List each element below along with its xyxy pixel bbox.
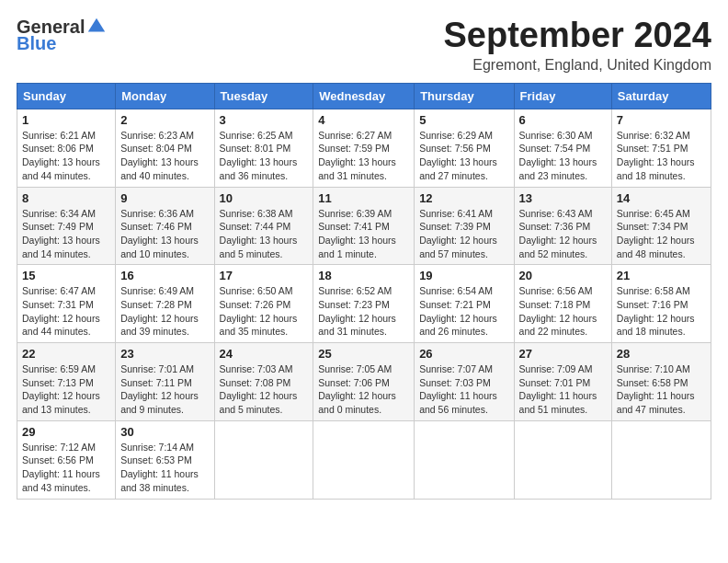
day-number: 24 (220, 347, 309, 361)
day-number: 19 (419, 269, 508, 282)
day-cell-17: 17 Sunrise: 6:50 AMSunset: 7:26 PMDaylig… (214, 265, 313, 343)
day-number: 3 (220, 113, 309, 127)
day-cell-3: 3 Sunrise: 6:25 AMSunset: 8:01 PMDayligh… (214, 109, 313, 187)
day-cell-25: 25 Sunrise: 7:05 AMSunset: 7:06 PMDaylig… (313, 343, 415, 421)
day-cell-6: 6 Sunrise: 6:30 AMSunset: 7:54 PMDayligh… (514, 109, 611, 187)
day-detail: Sunrise: 6:29 AMSunset: 7:56 PMDaylight:… (419, 130, 497, 181)
week-row-4: 22 Sunrise: 6:59 AMSunset: 7:13 PMDaylig… (17, 343, 711, 421)
day-number: 30 (120, 425, 209, 439)
day-number: 4 (318, 113, 409, 127)
month-title: September 2024 (444, 17, 712, 55)
day-detail: Sunrise: 6:25 AMSunset: 8:01 PMDaylight:… (220, 130, 298, 181)
calendar-page: General Blue September 2024 Egremont, En… (0, 0, 728, 563)
week-row-5: 29 Sunrise: 7:12 AMSunset: 6:56 PMDaylig… (17, 420, 711, 499)
day-detail: Sunrise: 7:14 AMSunset: 6:53 PMDaylight:… (120, 442, 199, 493)
day-detail: Sunrise: 6:27 AMSunset: 7:59 PMDaylight:… (318, 130, 396, 181)
day-detail: Sunrise: 6:21 AMSunset: 8:06 PMDaylight:… (22, 130, 100, 181)
day-detail: Sunrise: 6:38 AMSunset: 7:44 PMDaylight:… (220, 208, 298, 259)
day-cell-14: 14 Sunrise: 6:45 AMSunset: 7:34 PMDaylig… (611, 187, 711, 265)
day-detail: Sunrise: 6:50 AMSunset: 7:26 PMDaylight:… (220, 285, 298, 337)
empty-cell (611, 420, 711, 499)
day-cell-26: 26 Sunrise: 7:07 AMSunset: 7:03 PMDaylig… (415, 343, 514, 421)
svg-marker-0 (88, 18, 105, 32)
weekday-header-thursday: Thursday (415, 83, 514, 109)
logo-blue-text: Blue (17, 33, 56, 54)
day-detail: Sunrise: 6:52 AMSunset: 7:23 PMDaylight:… (318, 285, 396, 337)
day-number: 22 (22, 347, 110, 361)
day-detail: Sunrise: 7:05 AMSunset: 7:06 PMDaylight:… (318, 363, 396, 415)
day-number: 12 (419, 191, 508, 205)
day-cell-12: 12 Sunrise: 6:41 AMSunset: 7:39 PMDaylig… (415, 187, 514, 265)
day-cell-1: 1 Sunrise: 6:21 AMSunset: 8:06 PMDayligh… (17, 109, 116, 187)
day-cell-4: 4 Sunrise: 6:27 AMSunset: 7:59 PMDayligh… (313, 109, 415, 187)
day-detail: Sunrise: 7:07 AMSunset: 7:03 PMDaylight:… (419, 363, 497, 415)
weekday-header-saturday: Saturday (611, 83, 711, 109)
day-detail: Sunrise: 6:56 AMSunset: 7:18 PMDaylight:… (519, 285, 597, 337)
day-cell-8: 8 Sunrise: 6:34 AMSunset: 7:49 PMDayligh… (17, 187, 116, 265)
day-number: 21 (617, 269, 706, 282)
weekday-header-friday: Friday (514, 83, 611, 109)
weekday-header-wednesday: Wednesday (313, 83, 415, 109)
day-cell-28: 28 Sunrise: 7:10 AMSunset: 6:58 PMDaylig… (611, 343, 711, 421)
day-number: 5 (419, 113, 508, 127)
day-number: 14 (617, 191, 706, 205)
day-number: 13 (519, 191, 607, 205)
empty-cell (415, 420, 514, 499)
day-detail: Sunrise: 6:58 AMSunset: 7:16 PMDaylight:… (617, 285, 695, 337)
day-detail: Sunrise: 6:36 AMSunset: 7:46 PMDaylight:… (120, 208, 199, 259)
day-cell-20: 20 Sunrise: 6:56 AMSunset: 7:18 PMDaylig… (514, 265, 611, 343)
day-number: 10 (220, 191, 309, 205)
day-number: 9 (120, 191, 209, 205)
day-number: 23 (120, 347, 209, 361)
title-block: September 2024 Egremont, England, United… (444, 17, 712, 74)
day-detail: Sunrise: 6:39 AMSunset: 7:41 PMDaylight:… (318, 208, 396, 259)
empty-cell (514, 420, 611, 499)
day-number: 25 (318, 347, 409, 361)
day-detail: Sunrise: 6:54 AMSunset: 7:21 PMDaylight:… (419, 285, 497, 337)
day-number: 1 (22, 113, 110, 127)
empty-cell (313, 420, 415, 499)
day-number: 17 (220, 269, 309, 282)
day-detail: Sunrise: 6:30 AMSunset: 7:54 PMDaylight:… (519, 130, 597, 181)
day-detail: Sunrise: 6:45 AMSunset: 7:34 PMDaylight:… (617, 208, 695, 259)
day-cell-23: 23 Sunrise: 7:01 AMSunset: 7:11 PMDaylig… (116, 343, 214, 421)
day-cell-29: 29 Sunrise: 7:12 AMSunset: 6:56 PMDaylig… (17, 420, 116, 499)
week-row-2: 8 Sunrise: 6:34 AMSunset: 7:49 PMDayligh… (17, 187, 711, 265)
day-number: 15 (22, 269, 110, 282)
empty-cell (214, 420, 313, 499)
day-number: 2 (120, 113, 209, 127)
day-number: 28 (617, 347, 706, 361)
day-detail: Sunrise: 6:59 AMSunset: 7:13 PMDaylight:… (22, 363, 100, 415)
day-cell-16: 16 Sunrise: 6:49 AMSunset: 7:28 PMDaylig… (116, 265, 214, 343)
logo: General Blue (17, 17, 107, 54)
day-cell-30: 30 Sunrise: 7:14 AMSunset: 6:53 PMDaylig… (116, 420, 214, 499)
day-number: 6 (519, 113, 607, 127)
day-detail: Sunrise: 7:09 AMSunset: 7:01 PMDaylight:… (519, 363, 597, 415)
day-cell-10: 10 Sunrise: 6:38 AMSunset: 7:44 PMDaylig… (214, 187, 313, 265)
day-number: 11 (318, 191, 409, 205)
day-cell-5: 5 Sunrise: 6:29 AMSunset: 7:56 PMDayligh… (415, 109, 514, 187)
day-detail: Sunrise: 6:43 AMSunset: 7:36 PMDaylight:… (519, 208, 597, 259)
week-row-3: 15 Sunrise: 6:47 AMSunset: 7:31 PMDaylig… (17, 265, 711, 343)
day-cell-27: 27 Sunrise: 7:09 AMSunset: 7:01 PMDaylig… (514, 343, 611, 421)
day-detail: Sunrise: 7:12 AMSunset: 6:56 PMDaylight:… (22, 442, 100, 493)
day-number: 16 (120, 269, 209, 282)
day-number: 26 (419, 347, 508, 361)
day-cell-19: 19 Sunrise: 6:54 AMSunset: 7:21 PMDaylig… (415, 265, 514, 343)
weekday-header-tuesday: Tuesday (214, 83, 313, 109)
day-detail: Sunrise: 6:47 AMSunset: 7:31 PMDaylight:… (22, 285, 100, 337)
day-cell-22: 22 Sunrise: 6:59 AMSunset: 7:13 PMDaylig… (17, 343, 116, 421)
calendar-table: SundayMondayTuesdayWednesdayThursdayFrid… (17, 83, 711, 500)
location-title: Egremont, England, United Kingdom (444, 57, 712, 74)
day-number: 18 (318, 269, 409, 282)
day-cell-24: 24 Sunrise: 7:03 AMSunset: 7:08 PMDaylig… (214, 343, 313, 421)
week-row-1: 1 Sunrise: 6:21 AMSunset: 8:06 PMDayligh… (17, 109, 711, 187)
day-number: 27 (519, 347, 607, 361)
day-cell-15: 15 Sunrise: 6:47 AMSunset: 7:31 PMDaylig… (17, 265, 116, 343)
day-cell-11: 11 Sunrise: 6:39 AMSunset: 7:41 PMDaylig… (313, 187, 415, 265)
weekday-header-sunday: Sunday (17, 83, 116, 109)
day-number: 29 (22, 425, 110, 439)
day-detail: Sunrise: 6:32 AMSunset: 7:51 PMDaylight:… (617, 130, 695, 181)
day-detail: Sunrise: 6:49 AMSunset: 7:28 PMDaylight:… (120, 285, 199, 337)
day-cell-7: 7 Sunrise: 6:32 AMSunset: 7:51 PMDayligh… (611, 109, 711, 187)
